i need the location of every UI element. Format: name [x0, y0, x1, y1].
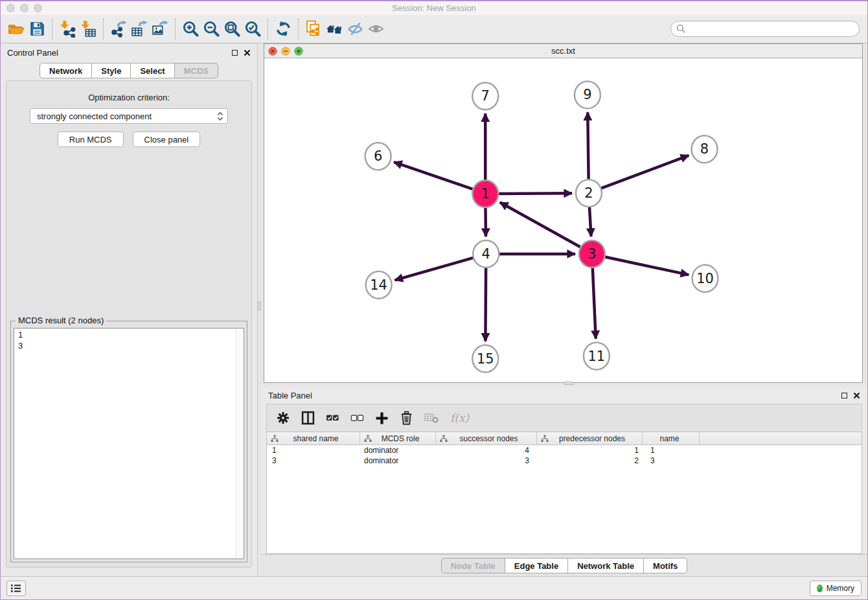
hide-graphics-details-button[interactable] [365, 19, 386, 40]
svg-text:14: 14 [370, 277, 387, 293]
delete-table-button[interactable] [424, 412, 439, 424]
unselect-all-button[interactable] [350, 411, 364, 424]
delete-row-button[interactable] [400, 411, 413, 425]
clone-network-button[interactable] [303, 19, 324, 40]
graph-node-10[interactable]: 10 [692, 265, 718, 292]
zoom-selected-button[interactable] [242, 19, 263, 40]
combo-chevrons-icon [217, 111, 223, 121]
tab-network-table[interactable]: Network Table [568, 558, 644, 573]
search-box[interactable] [670, 21, 860, 37]
table-panel-title: Table Panel [268, 391, 312, 400]
import-network-button[interactable] [57, 19, 78, 40]
open-session-button[interactable] [6, 19, 27, 40]
run-mcds-button[interactable]: Run MCDS [58, 132, 124, 147]
zoom-fit-button[interactable] [222, 19, 242, 40]
main-area: Control Panel Network Style Select MCDS … [1, 43, 867, 576]
refresh-icon [275, 20, 292, 38]
close-network-button[interactable] [268, 47, 277, 56]
svg-text:8: 8 [700, 141, 709, 157]
select-all-button[interactable] [326, 411, 339, 424]
first-neighbors-button[interactable] [324, 19, 345, 40]
network-canvas[interactable]: 7968124314101511 [264, 58, 862, 382]
import-network-icon [59, 20, 76, 38]
zoom-network-button[interactable] [294, 47, 303, 56]
tab-mcds[interactable]: MCDS [175, 63, 218, 78]
graph-node-2[interactable]: 2 [576, 179, 602, 207]
column-header-successor-nodes[interactable]: successor nodes [436, 432, 537, 444]
graph-node-11[interactable]: 11 [584, 343, 610, 370]
table-panel-tabs: Node Table Edge Table Network Table Moti… [261, 554, 867, 576]
right-column: scc.txt 7968124314101511 Table Panel [261, 43, 867, 576]
graph-edge-3-10[interactable] [602, 256, 689, 275]
float-panel-icon[interactable] [232, 50, 238, 56]
graph-edge-2-3[interactable] [589, 204, 591, 237]
close-panel-button[interactable]: Close panel [133, 132, 201, 147]
graph-node-4[interactable]: 4 [473, 240, 499, 268]
svg-text:11: 11 [588, 349, 606, 364]
column-header-predecessor-nodes[interactable]: predecessor nodes [537, 432, 643, 444]
cell-mcds-role: dominator [360, 456, 436, 465]
export-network-button[interactable] [108, 19, 129, 40]
tab-motifs[interactable]: Motifs [644, 558, 687, 573]
plus-icon [375, 411, 389, 425]
graph-edge-3-1[interactable] [500, 202, 583, 248]
graph-node-9[interactable]: 9 [575, 81, 600, 108]
mcds-result-title: MCDS result (2 nodes) [16, 316, 106, 325]
table-settings-button[interactable] [276, 411, 290, 425]
function-builder-button[interactable]: f(x) [450, 411, 469, 424]
graph-edge-1-4[interactable] [485, 205, 486, 237]
graph-node-7[interactable]: 7 [472, 82, 498, 110]
column-header-name[interactable]: name [643, 432, 700, 444]
tab-node-table[interactable]: Node Table [441, 558, 505, 573]
save-session-button[interactable] [27, 19, 47, 40]
minimize-network-button[interactable] [281, 47, 290, 56]
graph-edge-3-11[interactable] [593, 265, 596, 339]
show-panels-button[interactable] [6, 581, 26, 596]
export-image-button[interactable] [150, 19, 170, 40]
close-panel-icon[interactable] [244, 49, 251, 56]
close-panel-icon[interactable] [853, 392, 860, 399]
table-row[interactable]: 3 dominator 3 2 3 [267, 456, 862, 466]
tab-network[interactable]: Network [40, 63, 92, 78]
table-row[interactable]: 1 dominator 4 1 1 [267, 445, 862, 456]
graph-edge-4-15[interactable] [485, 265, 486, 341]
import-table-button[interactable] [78, 19, 98, 40]
graph-node-14[interactable]: 14 [366, 271, 392, 299]
zoom-in-button[interactable] [180, 19, 201, 40]
result-scrollbar[interactable] [236, 329, 243, 558]
graph-edge-1-6[interactable] [394, 162, 475, 190]
criterion-select[interactable]: strongly connected component [30, 108, 228, 124]
mcds-panel: Optimization criterion: strongly connect… [6, 80, 252, 568]
export-image-icon [152, 20, 169, 38]
export-table-button[interactable] [129, 19, 150, 40]
tab-edge-table[interactable]: Edge Table [505, 558, 568, 573]
graph-node-3[interactable]: 3 [579, 240, 605, 268]
graph-edge-4-14[interactable] [395, 257, 476, 281]
search-input[interactable] [689, 23, 854, 34]
graph-node-1[interactable]: 1 [472, 180, 498, 207]
show-column-button[interactable] [301, 411, 315, 425]
column-header-shared-name[interactable]: shared name [267, 432, 360, 444]
graph-node-6[interactable]: 6 [365, 143, 391, 170]
add-row-button[interactable] [375, 411, 389, 425]
graph-edge-2-9[interactable] [588, 112, 588, 182]
tab-style[interactable]: Style [92, 63, 131, 78]
tab-select[interactable]: Select [131, 63, 174, 78]
zoom-out-button[interactable] [201, 19, 222, 40]
graphics-details-icon [347, 20, 364, 38]
memory-button[interactable]: Memory [810, 581, 862, 596]
mcds-result-text[interactable]: 1 3 [14, 328, 244, 559]
export-table-icon [131, 20, 148, 38]
graph-node-8[interactable]: 8 [692, 135, 718, 163]
column-header-mcds-role[interactable]: MCDS role [360, 432, 436, 444]
graph-edge-2-8[interactable] [599, 156, 689, 189]
search-icon [676, 24, 686, 34]
panel-window-controls [232, 49, 251, 56]
float-panel-icon[interactable] [841, 393, 847, 398]
graph-node-15[interactable]: 15 [472, 345, 498, 373]
show-graphics-details-button[interactable] [345, 19, 365, 40]
network-splitter-grip[interactable] [564, 382, 573, 385]
update-network-button[interactable] [273, 19, 293, 40]
control-panel-tabs: Network Style Select MCDS [1, 63, 257, 78]
graph-edge-1-2[interactable] [496, 193, 572, 194]
